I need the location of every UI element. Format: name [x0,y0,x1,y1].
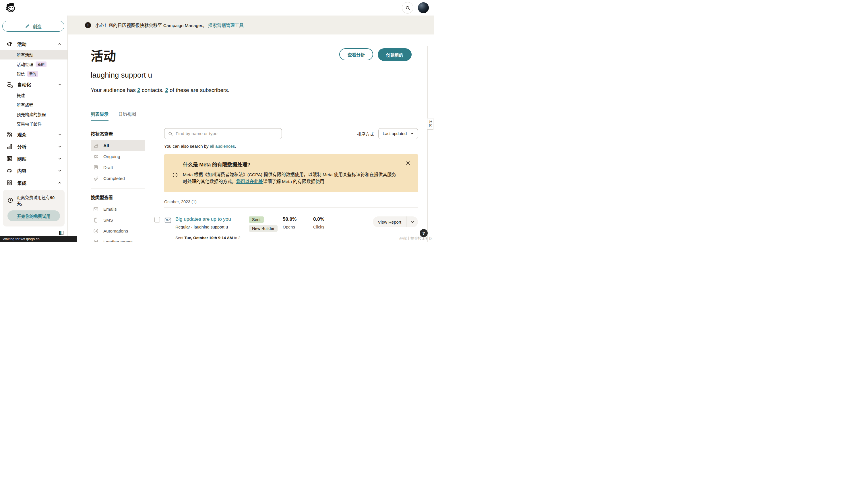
envelope-icon [93,206,99,212]
sidebar-item-audience[interactable]: 观众 [0,129,67,141]
sidebar-item-campaign-manager[interactable]: 活动经理新的 [0,59,67,69]
pencil-icon [25,24,30,29]
new-badge: 新的 [27,71,38,77]
automation-icon [93,228,99,234]
palette-icon [6,168,12,174]
opens-label: Opens [283,225,313,229]
browser-status-bar: Waiting for wx.qlogo.cn... [0,236,77,242]
sidebar-item-transactional-email[interactable]: 交易电子邮件 [0,119,67,129]
check-icon [93,176,99,181]
avatar[interactable] [418,2,429,13]
free-trial-panel: 距离免费试用还有90天。 开始你的免费试用 [3,190,65,226]
filter-type-emails[interactable]: Emails [91,204,145,215]
mailchimp-freddie-logo[interactable] [5,2,17,14]
main-area: ! 小心！您的日历视图很快就会移至 Campaign Manager。 探索营销… [68,16,434,242]
tab-list-view[interactable]: 列表显示 [91,111,108,121]
sidebar-item-sms[interactable]: 短信新的 [0,69,67,79]
explore-campaign-manager-link[interactable]: 探索营销管理工具 [208,23,244,28]
ongoing-icon [93,154,99,160]
phone-icon [93,217,99,223]
content-divider-line [427,46,428,242]
landing-page-icon [93,239,99,242]
journey-icon [6,81,12,88]
all-filter-icon [93,143,99,149]
sidebar-item-campaigns[interactable]: 活动 [0,38,67,50]
sidebar-subitem-label: 短信 [17,71,25,77]
filter-type-landing-pages[interactable]: Landing pages [91,236,145,242]
megaphone-icon [6,41,12,47]
sidebar-item-label: 自动化 [17,81,31,88]
chevron-down-icon[interactable] [407,220,418,224]
new-badge: 新的 [36,61,46,67]
filter-label: Ongoing [103,154,120,159]
campaign-badges: Sent New Builder [249,217,283,242]
community-edge-tab[interactable]: 社区 [427,118,433,130]
tab-calendar-view[interactable]: 日历视图 [118,111,136,121]
notification-text: 小心！您的日历视图很快就会移至 Campaign Manager。 探索营销管理… [95,22,244,28]
sidebar-item-all-journeys[interactable]: 所有旅程 [0,100,67,110]
campaign-meta: Regular · laughing support u [175,225,244,229]
sidebar-item-label: 网站 [17,155,26,162]
create-new-button[interactable]: 创建新的 [378,48,412,61]
campaign-title-link[interactable]: Big updates are up to you [175,217,244,222]
header-search-button[interactable] [402,2,413,13]
filter-label: Automations [103,228,128,234]
clicks-value: 0.0% [313,217,344,222]
view-analytics-button[interactable]: 查看分析 [339,48,373,60]
filter-status-ongoing[interactable]: Ongoing [91,151,145,162]
close-icon[interactable] [406,161,410,166]
row-checkbox[interactable] [154,217,160,223]
chevron-up-icon [58,42,62,46]
sidebar-subitem-label: 预先构建的旅程 [17,111,46,117]
sent-status-badge: Sent [249,217,264,223]
filter-status-completed[interactable]: Completed [91,173,145,184]
start-trial-button[interactable]: 开始你的免费试用 [7,210,60,221]
create-button[interactable]: 创造 [2,21,64,32]
sidebar-subitem-label: 活动经理 [17,61,33,67]
contacts-count-link[interactable]: 2 [137,87,141,93]
sidebar-item-overview[interactable]: 概述 [0,90,67,100]
sidebar-item-content[interactable]: 内容 [0,165,67,177]
view-report-button[interactable]: View Report [373,217,418,227]
subscribers-count-link[interactable]: 2 [165,87,168,93]
sidebar-item-automations[interactable]: 自动化 [0,79,67,90]
watermark: @稀土掘金技术社区 [399,235,433,241]
help-button[interactable]: ? [420,229,428,237]
group-divider [164,207,418,208]
filter-label: Landing pages [103,239,133,242]
campaign-sent-info: Sent Tue, October 10th 9:14 AM to 2 reci… [175,234,244,242]
clock-icon [7,197,13,203]
view-report-label: View Report [373,220,406,225]
filter-status-draft[interactable]: Draft [91,162,145,173]
meta-notice-body: Meta 根据《加州消费者隐私法》(CCPA) 提供有限的数据使用，以限制 Me… [183,171,410,185]
chevron-down-icon [410,132,414,135]
sort-dropdown[interactable]: Last updated [378,128,418,139]
sidebar-item-all-campaigns[interactable]: 所有活动 [0,50,67,59]
clicks-stat: 0.0% Clicks [313,217,344,242]
search-input[interactable] [176,131,278,136]
filter-type-sms[interactable]: SMS [91,215,145,226]
collapse-sidebar-icon[interactable] [59,231,63,235]
bar-chart-icon [6,143,12,150]
page-header-text: 活动 laughing support u Your audience has … [91,46,229,93]
filter-label: Completed [103,176,125,181]
meta-learn-more-link[interactable]: 您可以在此处 [236,179,263,184]
content-area: 活动 laughing support u Your audience has … [68,46,434,242]
chevron-up-icon [58,83,62,86]
sidebar-item-label: 观众 [17,131,26,138]
all-audiences-link[interactable]: all audiences [210,144,235,149]
chevron-up-icon [58,181,62,185]
sidebar-item-integrations[interactable]: 集成 [0,177,67,189]
filter-column: 按状态查看 All Ongoing Draft [91,128,145,242]
sidebar-item-website[interactable]: 网站 [0,152,67,165]
chevron-down-icon [58,133,62,137]
draft-icon [93,165,99,170]
filter-label: Emails [103,207,117,212]
grid-icon [6,180,12,186]
sidebar-item-label: 内容 [17,167,26,174]
sidebar-item-analytics[interactable]: 分析 [0,141,67,152]
filter-type-automations[interactable]: Automations [91,226,145,236]
sidebar-item-prebuilt-journeys[interactable]: 预先构建的旅程 [0,110,67,119]
filter-status-all[interactable]: All [91,140,145,151]
audience-name: laughing support u [91,71,229,80]
